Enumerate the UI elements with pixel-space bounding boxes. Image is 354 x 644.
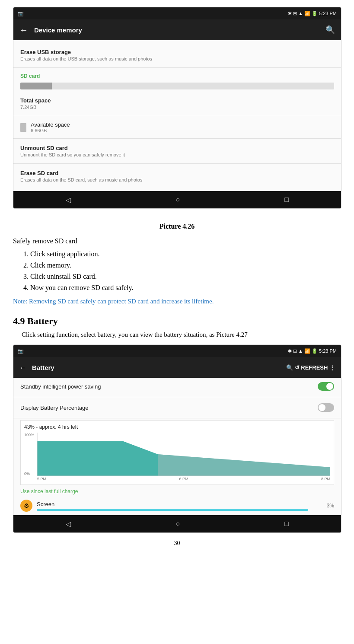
erase-usb-item[interactable]: Erase USB storage Erases all data on the… [13, 45, 341, 66]
bat-camera-icon: 📷 [18, 348, 24, 354]
divider-1 [13, 67, 341, 68]
erase-sd-title: Erase SD card [20, 170, 334, 176]
standby-row: Standby intelligent power saving [13, 378, 341, 395]
available-space-text: Available space 6.66GB [31, 121, 70, 133]
divider-4 [13, 163, 341, 164]
divider-3 [13, 138, 341, 139]
battery-chart: 43% - approx. 4 hrs left 100% 0% [20, 420, 334, 485]
x-label-8pm: 8 PM [321, 477, 330, 481]
status-bar-1: 📷 ✱ ⊞ ▲ 📶 🔋 5:23 PM [13, 7, 341, 19]
storage-icon [20, 123, 26, 132]
divider-2 [13, 116, 341, 116]
display-pct-label: Display Battery Percentage [20, 405, 89, 411]
unmount-sd-title: Unmount SD card [20, 145, 334, 151]
use-since-label: Use since last full charge [13, 485, 341, 496]
app-bar-battery: ← Battery 🔍 ↺ REFRESH ⋮ [13, 357, 341, 378]
screen-app-icon: ⚙ [20, 500, 32, 512]
bat-action-icons[interactable]: 🔍 ↺ REFRESH ⋮ [286, 364, 335, 371]
back-nav-btn-2[interactable]: ◁ [66, 520, 71, 528]
erase-sd-subtitle: Erases all data on the SD card, such as … [20, 177, 334, 182]
screen-app-name: Screen [37, 501, 322, 507]
chart-y-labels: 100% 0% [24, 433, 34, 476]
bat-back-button[interactable]: ← [19, 364, 26, 371]
device-memory-screenshot: 📷 ✱ ⊞ ▲ 📶 🔋 5:23 PM ← Device memory 🔍 Er… [13, 7, 341, 209]
divider-bat-1 [13, 397, 341, 397]
battery-section-heading: 4.9 Battery [13, 316, 341, 327]
display-pct-toggle[interactable] [318, 403, 334, 412]
standby-toggle[interactable] [318, 382, 334, 391]
caption-426: Picture 4.26 [13, 223, 341, 230]
y-label-top: 100% [24, 433, 34, 437]
home-nav-btn-2[interactable]: ○ [175, 520, 180, 528]
chart-x-labels: 5 PM 6 PM 8 PM [37, 477, 330, 481]
recents-nav-btn-2[interactable]: □ [284, 520, 289, 528]
screen-content-memory: Erase USB storage Erases all data on the… [13, 40, 341, 191]
x-label-5pm: 5 PM [37, 477, 46, 481]
back-nav-btn[interactable]: ◁ [66, 196, 71, 204]
home-nav-btn[interactable]: ○ [175, 196, 180, 204]
page-number: 30 [13, 533, 341, 551]
available-space-value: 6.66GB [31, 128, 70, 133]
storage-bar-bg [20, 83, 334, 89]
recents-nav-btn[interactable]: □ [284, 196, 289, 204]
standby-label: Standby intelligent power saving [20, 383, 101, 390]
unmount-sd-item[interactable]: Unmount SD card Unmount the SD card so y… [13, 140, 341, 162]
divider-bat-2 [13, 418, 341, 418]
nav-bar-1: ◁ ○ □ [13, 191, 341, 208]
available-space-item: Available space 6.66GB [13, 118, 341, 137]
note-text: Note: Removing SD card safely can protec… [13, 298, 341, 305]
y-label-bottom: 0% [24, 472, 34, 476]
available-space-label: Available space [31, 121, 70, 128]
bat-status-right: ✱ ⊞ ▲ 📶 🔋 5:23 PM [288, 348, 337, 354]
back-button[interactable]: ← [19, 25, 28, 35]
erase-usb-subtitle: Erases all data on the USB storage, such… [20, 56, 334, 61]
camera-icon: 📷 [18, 11, 24, 16]
safely-remove-heading: Safely remove SD card [13, 237, 341, 245]
unmount-sd-subtitle: Unmount the SD card so you can safely re… [20, 152, 334, 157]
screen-usage-bar [37, 509, 308, 511]
total-space-item: Total space 7.24GB [13, 93, 341, 114]
chart-svg [37, 433, 330, 476]
search-icon[interactable]: 🔍 [325, 25, 335, 35]
status-time: ✱ ⊞ ▲ 📶 🔋 5:23 PM [288, 11, 337, 16]
status-right-icons: ✱ ⊞ ▲ 📶 🔋 5:23 PM [288, 11, 337, 16]
erase-sd-item[interactable]: Erase SD card Erases all data on the SD … [13, 166, 341, 187]
chart-area: 100% 0% [24, 433, 330, 476]
bat-screen-content: Standby intelligent power saving Display… [13, 378, 341, 515]
screen-app-info: Screen [37, 501, 322, 511]
battery-section-intro: Click setting function, select battery, … [13, 331, 341, 338]
steps-list: Click setting application. Click memory.… [13, 250, 341, 292]
app-bar-device-memory: ← Device memory 🔍 [13, 19, 341, 40]
screen-app-row[interactable]: ⚙ Screen 3% [13, 496, 341, 515]
step-3: Click uninstall SD card. [30, 273, 341, 281]
x-label-6pm: 6 PM [179, 477, 188, 481]
document-body: Picture 4.26 Safely remove SD card Click… [0, 209, 354, 560]
status-bar-2: 📷 ✱ ⊞ ▲ 📶 🔋 5:23 PM [13, 345, 341, 357]
bat-status-left: 📷 [18, 348, 24, 354]
erase-usb-title: Erase USB storage [20, 49, 334, 55]
sd-card-header: SD card [13, 70, 341, 81]
total-space-value: 7.24GB [20, 105, 334, 110]
bat-page-title: Battery [32, 364, 280, 371]
nav-bar-2: ◁ ○ □ [13, 515, 341, 532]
status-left-icons: 📷 [18, 11, 24, 16]
svg-marker-1 [158, 454, 330, 476]
step-4: Now you can remove SD card safely. [30, 284, 341, 292]
display-pct-row: Display Battery Percentage [13, 399, 341, 416]
step-1: Click setting application. [30, 250, 341, 258]
battery-screenshot: 📷 ✱ ⊞ ▲ 📶 🔋 5:23 PM ← Battery 🔍 ↺ REFRES… [13, 344, 341, 533]
step-2: Click memory. [30, 261, 341, 269]
storage-bar-container [13, 81, 341, 93]
page-title: Device memory [34, 26, 319, 34]
screen-app-pct: 3% [327, 503, 334, 509]
total-space-label: Total space [20, 97, 334, 104]
chart-title: 43% - approx. 4 hrs left [24, 424, 330, 430]
storage-bar-fill [20, 83, 52, 89]
